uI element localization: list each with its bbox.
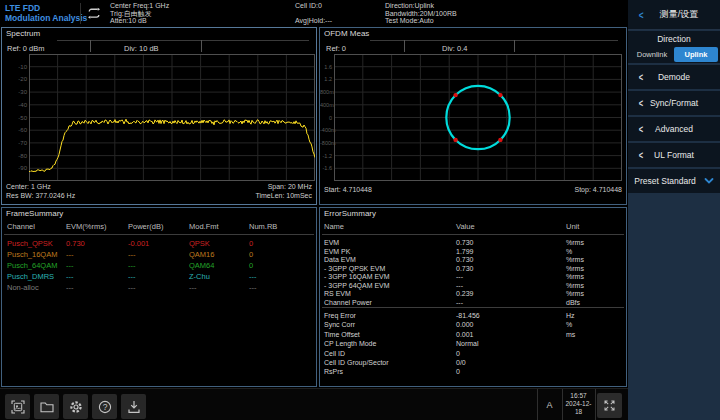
cell: 0.239 — [456, 290, 474, 297]
settings-button[interactable] — [63, 394, 88, 419]
save-button[interactable] — [121, 394, 146, 419]
cell: Freq Error — [324, 312, 356, 319]
save-download-icon — [126, 399, 142, 415]
cell: --- — [189, 283, 197, 292]
app-title: LTE FDD Modulation Analysis — [5, 3, 87, 23]
y-axis-tick-label: -1.6 — [320, 165, 332, 171]
cell: - 3GPP 16QAM EVM — [324, 273, 390, 280]
cell: Pusch_64QAM — [7, 261, 57, 270]
folder-icon — [39, 399, 55, 415]
cell: Pusch_DMRS — [7, 272, 54, 281]
file-browser-button[interactable] — [34, 394, 59, 419]
sidebar-item-label: Demode — [658, 72, 690, 82]
cell: EVM PK — [324, 248, 350, 255]
cell: Data EVM — [324, 256, 356, 263]
y-axis-tick-label: -20 — [7, 76, 27, 82]
sidebar-menu: < 测量/设置 Direction Downlink Uplink < Demo… — [628, 0, 720, 420]
scale-bar — [57, 40, 309, 41]
cell: RsPrs — [324, 368, 343, 375]
cell: Hz — [566, 312, 575, 319]
sidebar-item-ul-format[interactable]: < UL Format — [628, 143, 720, 167]
cell: CP Length Mode — [324, 340, 376, 347]
constellation-plot[interactable] — [334, 54, 622, 181]
cell: --- — [128, 272, 136, 281]
fullscreen-button[interactable] — [597, 393, 622, 418]
cell: %rms — [566, 273, 584, 280]
cell: Non-alloc — [7, 283, 39, 292]
cell: %rms — [566, 290, 584, 297]
col-power: Power(dB) — [128, 222, 163, 231]
app-window: LTE FDD Modulation Analysis Center Freq:… — [0, 0, 720, 420]
cell: Sync Corr — [324, 321, 355, 328]
cell: --- — [128, 261, 136, 270]
col-name: Name — [324, 222, 344, 231]
frame-summary-panel: FrameSummary Channel EVM(%rms) Power(dB)… — [1, 207, 317, 387]
screenshot-button[interactable] — [5, 394, 30, 419]
cell: EVM — [324, 239, 339, 246]
bandwidth-readout: Bandwidth:20M/100RB — [385, 10, 457, 18]
y-axis-tick-label: 800m — [320, 89, 332, 95]
chevron-left-icon: < — [639, 98, 643, 109]
cell: 1.799 — [456, 248, 474, 255]
cell: --- — [249, 283, 257, 292]
cell: 0/0 — [456, 359, 466, 366]
preset-standard-dropdown[interactable]: Preset Standard — [628, 169, 720, 193]
clock[interactable]: 16:57 2024-12-18 — [562, 392, 595, 416]
help-button[interactable]: ? — [92, 394, 117, 419]
y-axis-tick-label: -90 — [7, 165, 27, 171]
cell: %rms — [566, 239, 584, 246]
cell: 0 — [249, 261, 253, 270]
sidebar-menu-title[interactable]: < 测量/设置 — [628, 0, 720, 30]
chevron-down-icon — [704, 177, 714, 185]
y-axis-tick-label: 400m — [320, 102, 332, 108]
cell: %rms — [566, 282, 584, 289]
cell: 0 — [249, 250, 253, 259]
scale-tick — [201, 40, 202, 52]
scale-tick — [90, 40, 91, 52]
cell: 0.730 — [456, 265, 474, 272]
cell: % — [566, 321, 572, 328]
frame-summary-title: FrameSummary — [6, 209, 63, 218]
y-axis-tick-label: -10 — [7, 64, 27, 70]
cell: Z-Chu — [189, 272, 210, 281]
scale-tick — [514, 40, 515, 52]
sidebar-item-sync-format[interactable]: < Sync/Format — [628, 91, 720, 115]
y-axis-tick-label: -40 — [7, 102, 27, 108]
y-axis-tick-label: 1.2 — [320, 76, 332, 82]
chevron-left-icon: < — [639, 9, 644, 21]
cell: Normal — [456, 340, 479, 347]
cell: Time Offset — [324, 331, 360, 338]
input-method-indicator[interactable]: A — [537, 389, 562, 420]
cell: 0 — [249, 239, 253, 248]
scale-tick — [404, 40, 405, 52]
ofdm-ref-level[interactable]: Ref: 0 — [326, 44, 346, 53]
sidebar-item-label: UL Format — [654, 150, 694, 160]
col-value: Value — [456, 222, 475, 231]
continuous-sweep-icon[interactable] — [85, 5, 102, 22]
ofdm-start-value: Start: 4.710448 — [324, 186, 372, 195]
error-summary-title: ErrorSummary — [324, 209, 376, 218]
uplink-toggle-button[interactable]: Uplink — [674, 47, 718, 62]
trigger-readout: Trig:自由触发 — [110, 10, 169, 18]
svg-text:?: ? — [102, 402, 107, 412]
atten-readout: Atten:10 dB — [110, 17, 169, 25]
spectrum-div-scale[interactable]: Div: 10 dB — [124, 44, 159, 53]
cell: % — [566, 248, 572, 255]
ofdm-div-scale[interactable]: Div: 0.4 — [442, 44, 467, 53]
section-divider — [322, 307, 624, 308]
cell: QAM16 — [189, 250, 214, 259]
sidebar-item-demode[interactable]: < Demode — [628, 65, 720, 89]
spectrum-plot[interactable] — [29, 54, 315, 181]
downlink-toggle-button[interactable]: Downlink — [630, 47, 674, 62]
clock-time: 16:57 — [562, 392, 595, 400]
sidebar-item-advanced[interactable]: < Advanced — [628, 117, 720, 141]
y-axis-tick-label: -70 — [7, 140, 27, 146]
screenshot-icon — [10, 399, 26, 415]
header-rule — [4, 234, 314, 235]
sidebar-item-label: Sync/Format — [650, 98, 698, 108]
cell: --- — [66, 283, 74, 292]
spectrum-ref-level[interactable]: Ref: 0 dBm — [7, 44, 45, 53]
spectrum-footer-right: Span: 20 MHz TimeLen: 10mSec — [255, 183, 312, 200]
cell: QPSK — [189, 239, 210, 248]
center-freq-readout: Center Freq:1 GHz — [110, 2, 169, 10]
